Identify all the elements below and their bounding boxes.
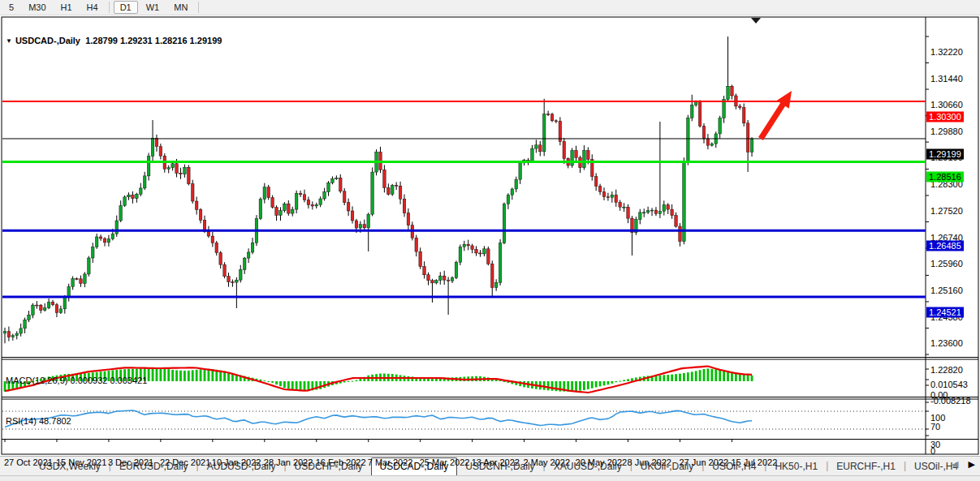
candle-body bbox=[563, 141, 566, 158]
chart-dropdown-icon[interactable]: ▼ bbox=[6, 37, 12, 45]
candle-body bbox=[750, 139, 753, 152]
price-level-badge: 1.24521 bbox=[926, 307, 964, 318]
date-tick-label: 15 Jul 2022 bbox=[731, 457, 777, 467]
rsi-name: RSI(14) bbox=[6, 416, 37, 426]
macd-histogram-bar bbox=[723, 371, 725, 381]
candle-body bbox=[76, 279, 79, 280]
timeframe-button-w1[interactable]: W1 bbox=[140, 1, 166, 14]
macd-histogram-bar bbox=[751, 376, 753, 381]
toolbar-separator bbox=[109, 2, 110, 13]
candle-body bbox=[663, 205, 666, 212]
candle-body bbox=[251, 243, 254, 252]
candle-body bbox=[475, 249, 478, 253]
date-tick-label: 27 Oct 2021 bbox=[4, 457, 53, 467]
candle-body bbox=[323, 192, 326, 199]
candle-body bbox=[275, 208, 278, 216]
candle-body bbox=[455, 262, 458, 277]
candle-body bbox=[627, 207, 630, 218]
candle-body bbox=[359, 225, 362, 228]
candle-body bbox=[467, 244, 470, 246]
macd-histogram-bar bbox=[287, 381, 290, 389]
candle-body bbox=[227, 277, 231, 282]
candle-body bbox=[59, 309, 63, 313]
candle-body bbox=[339, 178, 342, 191]
candle-body bbox=[535, 145, 538, 148]
candle-body bbox=[179, 173, 183, 174]
candle-body bbox=[155, 138, 158, 146]
candle-body bbox=[287, 204, 291, 213]
candle-body bbox=[136, 194, 139, 198]
candle-body bbox=[515, 179, 518, 189]
candle-body bbox=[239, 270, 242, 281]
candle-body bbox=[103, 238, 106, 243]
macd-histogram-bar bbox=[352, 381, 354, 382]
timeframe-button-h1[interactable]: H1 bbox=[54, 1, 79, 14]
chart-canvas[interactable] bbox=[0, 15, 980, 456]
chart-tab-eurchf-h1[interactable]: EURCHF-,H1 bbox=[828, 458, 904, 475]
candle-body bbox=[355, 221, 358, 228]
macd-histogram-bar bbox=[703, 369, 706, 381]
macd-value1: 0.000932 bbox=[70, 376, 107, 385]
timeframe-button-mn[interactable]: MN bbox=[167, 1, 194, 14]
candle-body bbox=[7, 331, 11, 337]
candle-body bbox=[55, 305, 58, 313]
timeframe-button-d1[interactable]: D1 bbox=[114, 1, 138, 14]
macd-histogram-bar bbox=[296, 381, 298, 390]
candle-body bbox=[507, 195, 510, 204]
candle-body bbox=[471, 246, 474, 250]
candle-body bbox=[335, 178, 339, 178]
chart-window[interactable]: ▼USDCAD-,Daily 1.28799 1.29231 1.28216 1… bbox=[0, 15, 980, 456]
candle-body bbox=[702, 126, 706, 139]
candle-body bbox=[367, 214, 370, 228]
candle-body bbox=[646, 211, 650, 213]
macd-histogram-bar bbox=[503, 381, 506, 382]
macd-histogram-bar bbox=[283, 381, 286, 388]
candle-body bbox=[107, 239, 110, 243]
candle-body bbox=[167, 168, 171, 170]
macd-histogram-bar bbox=[710, 369, 713, 381]
candle-body bbox=[399, 186, 402, 199]
macd-histogram-bar bbox=[587, 381, 589, 389]
candle-body bbox=[43, 308, 46, 311]
timeframe-button-h4[interactable]: H4 bbox=[80, 1, 105, 14]
candle-body bbox=[88, 258, 91, 274]
candle-body bbox=[267, 187, 270, 198]
timeframe-button-5[interactable]: 5 bbox=[2, 1, 20, 14]
macd-histogram-bar bbox=[543, 381, 546, 390]
macd-histogram-bar bbox=[595, 381, 598, 387]
macd-histogram-bar bbox=[663, 375, 665, 381]
price-tick-label: 1.32220 bbox=[930, 47, 963, 57]
macd-histogram-bar bbox=[192, 370, 194, 381]
timeframe-button-m30[interactable]: M30 bbox=[22, 1, 52, 14]
macd-histogram-bar bbox=[611, 381, 613, 384]
macd-histogram-bar bbox=[679, 374, 681, 381]
candle-body bbox=[742, 108, 745, 123]
rsi-tick-label: 0 bbox=[930, 446, 935, 456]
candle-body bbox=[84, 274, 87, 283]
candle-body bbox=[419, 251, 422, 266]
macd-histogram-bar bbox=[623, 380, 625, 381]
macd-histogram-bar bbox=[691, 371, 693, 381]
tab-scroll-left-icon[interactable]: ◀ bbox=[952, 459, 958, 470]
price-tick-label: 1.29880 bbox=[930, 127, 963, 136]
candle-body bbox=[188, 167, 191, 183]
candle-body bbox=[671, 209, 674, 216]
macd-histogram-bar bbox=[356, 380, 358, 381]
macd-histogram-bar bbox=[171, 370, 174, 381]
candle-body bbox=[211, 236, 214, 243]
candle-body bbox=[99, 237, 102, 238]
candle-body bbox=[403, 199, 406, 213]
candle-body bbox=[363, 225, 366, 228]
candle-body bbox=[550, 114, 554, 121]
candle-body bbox=[283, 204, 287, 211]
candle-body bbox=[731, 86, 734, 96]
price-tick-label: 1.23600 bbox=[930, 338, 963, 348]
macd-histogram-bar bbox=[714, 369, 717, 381]
candle-body bbox=[679, 226, 682, 242]
candle-body bbox=[24, 320, 27, 329]
macd-indicator-label: MACD(12,26,9) 0.000932 0.003421 bbox=[6, 376, 147, 385]
candle-body bbox=[519, 163, 522, 179]
candle-body bbox=[723, 100, 726, 118]
tab-scroll-right-icon[interactable]: ▶ bbox=[969, 459, 975, 470]
candle-body bbox=[63, 297, 67, 309]
